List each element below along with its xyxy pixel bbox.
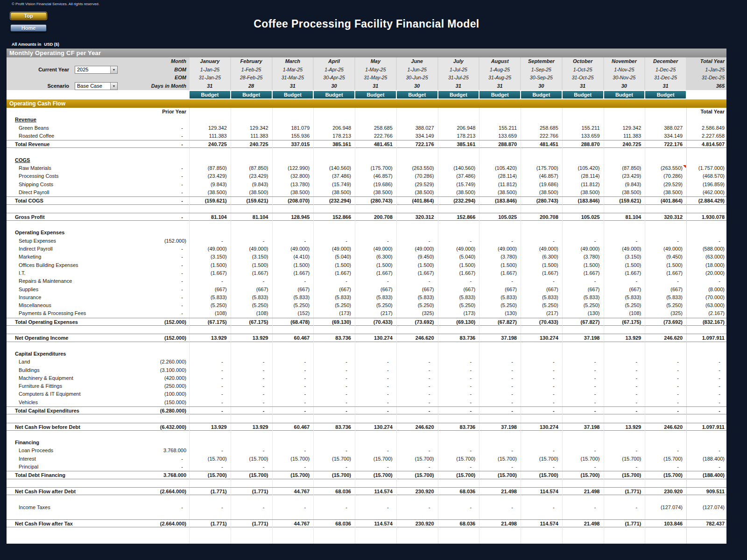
month-value xyxy=(189,205,231,213)
month-value: (130) xyxy=(562,309,604,317)
budget-cell: Budget xyxy=(314,91,354,98)
total-year-value xyxy=(686,439,726,447)
month-value: (208.070) xyxy=(272,197,314,205)
month-value xyxy=(231,205,272,213)
month-cell xyxy=(313,108,355,116)
month-value xyxy=(645,156,686,164)
chevron-down-icon[interactable]: ▼ xyxy=(110,83,117,90)
month-value: (175.700) xyxy=(521,164,562,172)
current-year-dropdown[interactable]: 2025 ▼ xyxy=(75,66,118,74)
month-value: 114.574 xyxy=(521,520,562,528)
chevron-down-icon[interactable]: ▼ xyxy=(110,66,117,73)
total-year-value xyxy=(686,342,726,350)
month-value: (70.286) xyxy=(396,172,438,180)
month-value: (5.833) xyxy=(189,294,231,301)
prior-year-value: - xyxy=(181,301,183,309)
month-value xyxy=(396,511,438,519)
month-value xyxy=(189,431,231,439)
row-indirect-payroll: Indirect Payroll-(49.000)(49.000)(49.000… xyxy=(7,245,726,253)
month-value xyxy=(396,148,438,156)
month-value xyxy=(231,527,272,535)
month-value: (5.250) xyxy=(231,301,272,309)
month-value xyxy=(604,536,645,544)
month-name: December xyxy=(645,57,686,66)
month-value: - xyxy=(438,407,479,415)
month-value: - xyxy=(396,407,438,415)
month-header-column: October1-Oct-2531-Oct-2531 xyxy=(563,57,603,90)
row-label-cell xyxy=(7,205,189,213)
row-furniture-fittings: Furniture & Fittings(250.000)-----------… xyxy=(7,382,726,390)
month-value: (667) xyxy=(355,286,396,294)
total-eom-date: 31-Dec-25 xyxy=(686,74,726,82)
month-value: (19.686) xyxy=(521,181,562,189)
row-label-cell: Net Cash Flow after Tax(2.664.000) xyxy=(7,520,189,528)
month-value xyxy=(396,439,438,447)
month-value xyxy=(438,148,479,156)
eom-date: 31-Dec-25 xyxy=(645,74,686,82)
month-value xyxy=(562,342,604,350)
row-label: Total Capital Expenditures xyxy=(15,407,79,415)
total-year-value xyxy=(686,414,726,422)
month-value: - xyxy=(645,382,686,390)
month-value: 37.198 xyxy=(562,334,604,342)
month-value: (1.771) xyxy=(604,520,645,528)
row-label-cell: Total Revenue- xyxy=(7,140,189,148)
month-value-with-comment-marker: (263.550) xyxy=(645,164,686,172)
month-value: - xyxy=(479,277,521,285)
month-value xyxy=(313,479,355,487)
days-in-month: 30 xyxy=(314,82,354,91)
scenario-dropdown[interactable]: Base Case ▼ xyxy=(75,82,118,90)
month-value: (159.621) xyxy=(231,197,272,205)
row-net-cash-flow-after-tax: Net Cash Flow after Tax(2.664.000)(1.771… xyxy=(7,519,726,527)
month-value xyxy=(604,414,645,422)
month-value: (4.410) xyxy=(272,253,314,261)
month-value xyxy=(272,229,314,237)
month-value: (49.000) xyxy=(604,245,645,253)
spacer-row xyxy=(7,148,726,156)
row-land: Land(2.260.000)------------- xyxy=(7,358,726,366)
month-value xyxy=(272,414,314,422)
month-value xyxy=(189,229,231,237)
month-cell xyxy=(355,108,396,116)
prior-year-value: (152.000) xyxy=(164,334,186,342)
month-value: - xyxy=(521,277,562,285)
month-value: (87.850) xyxy=(231,164,272,172)
prior-year-value: - xyxy=(181,294,183,301)
scenario-value: Base Case xyxy=(75,83,110,89)
month-value: - xyxy=(231,463,272,471)
month-value xyxy=(479,205,521,213)
month-value: (5.833) xyxy=(562,294,604,301)
row-label-cell xyxy=(7,479,189,487)
total-year-value xyxy=(686,205,726,213)
month-value: (15.700) xyxy=(479,471,521,479)
month-value xyxy=(645,229,686,237)
month-value xyxy=(438,229,479,237)
month-value xyxy=(272,205,314,213)
month-value: (38.500) xyxy=(231,189,272,196)
row-label-cell: Interest- xyxy=(7,455,189,463)
month-value: 13.929 xyxy=(604,334,645,342)
row-vehicles: Vehicles(150.000)------------- xyxy=(7,399,726,406)
days-in-month: 31 xyxy=(479,82,520,91)
month-value xyxy=(562,495,604,503)
month-value: (6.300) xyxy=(355,253,396,261)
month-value: (175.700) xyxy=(355,164,396,172)
month-value: (1.667) xyxy=(355,269,396,277)
month-value: (217) xyxy=(355,309,396,317)
month-value xyxy=(272,156,314,164)
month-header-column: January1-Jan-2531-Jan-2531 xyxy=(190,57,230,90)
month-value xyxy=(355,326,396,334)
month-value: (29.529) xyxy=(396,181,438,189)
month-value: (67.175) xyxy=(604,318,645,326)
month-value: - xyxy=(438,374,479,382)
month-cell xyxy=(562,108,604,116)
total-year-value: - xyxy=(686,237,726,245)
month-value: - xyxy=(396,447,438,455)
month-value: - xyxy=(479,447,521,455)
bom-date: 1-Oct-25 xyxy=(563,66,603,74)
month-value: - xyxy=(438,382,479,390)
month-value xyxy=(313,431,355,439)
month-value xyxy=(479,414,521,422)
prior-year-value: - xyxy=(181,504,183,511)
row-label-cell: Machinery & Equipment(420.000) xyxy=(7,374,189,382)
